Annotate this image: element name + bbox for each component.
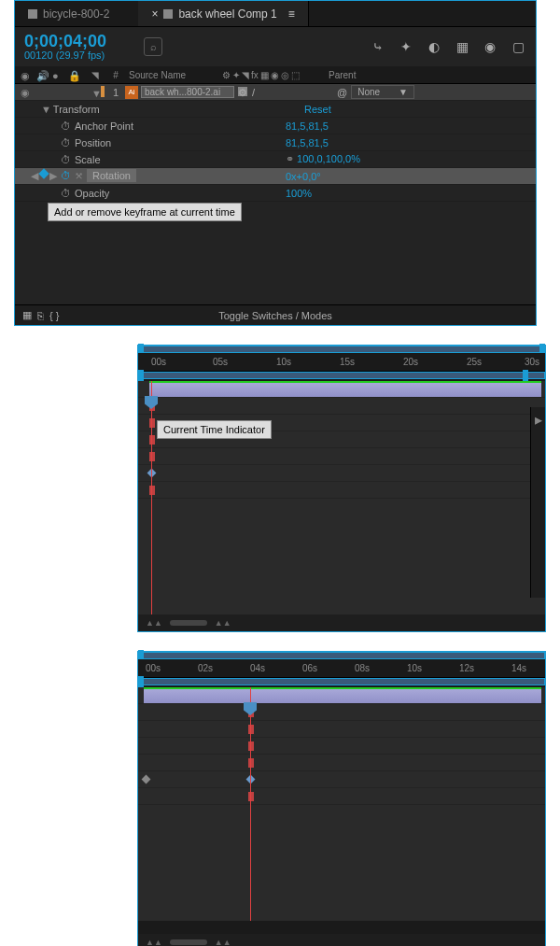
current-time-indicator[interactable] [250, 687, 251, 921]
tab-bicycle[interactable]: bicycle-800-2 × [15, 1, 138, 26]
time-ruler[interactable]: 00s 02s 04s 06s 08s 10s 12s 14s [138, 659, 545, 678]
add-keyframe-button[interactable] [38, 168, 49, 178]
zoom-in-icon[interactable]: ▲▲ [215, 938, 231, 946]
brackets-icon[interactable]: { } [49, 310, 59, 321]
prop-anchor[interactable]: ⏱Anchor Point 81,5,81,5 [15, 118, 536, 134]
label-color[interactable] [101, 86, 105, 97]
timeline-tracks[interactable] [138, 687, 545, 921]
work-area-lower[interactable] [138, 678, 545, 687]
zoom-slider[interactable] [170, 620, 207, 626]
graph-icon[interactable]: ⤧ [75, 170, 83, 181]
prop-opacity[interactable]: ⏱Opacity 100% [15, 185, 536, 202]
draft-3d-icon[interactable]: ✦ [398, 38, 414, 55]
work-area-bar[interactable] [138, 372, 545, 379]
prop-scale[interactable]: ⏱Scale ⚭ 100,0,100,0% [15, 151, 536, 168]
prop-position[interactable]: ⏱Position 81,5,81,5 [15, 134, 536, 151]
layer-track[interactable] [138, 687, 545, 704]
work-area-start-handle[interactable] [138, 676, 144, 687]
stopwatch-icon[interactable]: ⏱ [60, 188, 71, 199]
zoom-out-icon[interactable]: ▲▲ [146, 938, 162, 946]
keyframe-marker[interactable] [149, 435, 155, 445]
horizontal-scrollbar[interactable] [138, 921, 545, 934]
work-area-end-handle[interactable] [523, 370, 528, 381]
toggle-transparent-icon[interactable]: ▦ [22, 309, 32, 321]
work-area-lower[interactable] [138, 372, 545, 381]
parent-dropdown[interactable]: None ▼ [351, 85, 414, 99]
layer-row[interactable]: ◉ ▼ 1 Ai back wh...800-2.ai ⚙ / @ None ▼ [15, 84, 536, 101]
video-icon[interactable]: ◉ [21, 70, 32, 81]
lock-icon[interactable]: 🔒 [68, 70, 79, 81]
layer-track[interactable] [138, 381, 545, 398]
keyframe-marker[interactable] [248, 758, 254, 768]
tab-back-wheel[interactable]: × back wheel Comp 1 ≡ [138, 1, 308, 26]
comp-flowchart-icon[interactable]: ⤷ [370, 38, 386, 55]
label-col[interactable]: ◥ [91, 70, 106, 80]
current-timecode[interactable]: 0;00;04;00 [24, 33, 106, 49]
layer-duration-bar[interactable] [149, 381, 541, 397]
layer-switches[interactable]: ⚙ / [234, 87, 337, 98]
prop-value[interactable]: 0x+0,0° [286, 171, 536, 182]
comp-marker-icon[interactable]: ▸ [531, 411, 545, 429]
track-opacity [138, 788, 545, 805]
prev-keyframe-icon[interactable]: ◀ [31, 170, 38, 182]
stopwatch-icon[interactable]: ⏱ [60, 170, 71, 181]
work-area[interactable] [138, 346, 545, 353]
col-number[interactable]: # [106, 70, 125, 80]
keyframe-marker[interactable] [248, 741, 254, 751]
work-area-bar[interactable] [138, 652, 545, 659]
keyframe-marker[interactable] [149, 418, 155, 428]
layer-name[interactable]: back wh...800-2.ai [141, 86, 234, 98]
audio-icon[interactable]: 🔊 [36, 70, 48, 81]
graph-editor-icon[interactable]: ▢ [510, 38, 526, 55]
toggle-switches-button[interactable]: Toggle Switches / Modes [218, 310, 332, 321]
work-area-bar[interactable] [138, 346, 545, 353]
prop-value[interactable]: 81,5,81,5 [286, 120, 536, 132]
col-parent[interactable]: Parent [321, 70, 356, 80]
zoom-in-icon[interactable]: ▲▲ [215, 618, 231, 628]
render-queue-icon[interactable]: ⎘ [37, 310, 44, 321]
tab-menu-icon[interactable]: ≡ [288, 7, 295, 21]
track-transform [138, 398, 545, 415]
keyframe-marker[interactable] [248, 792, 254, 801]
timecode-block[interactable]: 0;00;04;00 00120 (29.97 fps) [24, 33, 106, 61]
link-icon[interactable]: ⚭ [286, 153, 294, 164]
keyframe-diamond[interactable] [142, 775, 151, 784]
timeline-tracks[interactable]: Current Time Indicator ▸ [138, 381, 545, 614]
zoom-slider[interactable] [170, 939, 207, 945]
search-input[interactable]: ⌕ [144, 37, 162, 56]
keyframe-marker[interactable] [149, 486, 155, 495]
time-ruler[interactable]: 00s 05s 10s 15s 20s 25s 30s [138, 353, 545, 372]
stopwatch-icon[interactable]: ⏱ [60, 137, 71, 148]
hide-shy-icon[interactable]: ◐ [426, 38, 442, 55]
frame-blend-icon[interactable]: ▦ [454, 38, 470, 55]
prop-value[interactable]: 100,0,100,0% [297, 153, 360, 164]
prop-rotation[interactable]: ◀ ▶ ⏱⤧Rotation 0x+0,0° [15, 168, 536, 185]
parent-controls[interactable]: @ None ▼ [337, 85, 414, 99]
close-icon[interactable]: × [151, 7, 158, 21]
layer-duration-bar[interactable] [144, 687, 541, 703]
stopwatch-icon[interactable]: ⏱ [60, 120, 71, 132]
video-toggle[interactable]: ◉ [21, 87, 32, 98]
stopwatch-icon[interactable]: ⏱ [60, 154, 71, 165]
twirl-icon[interactable]: ▼ [91, 88, 101, 99]
keyframe-marker[interactable] [248, 725, 254, 734]
prop-value[interactable]: 100% [286, 188, 536, 199]
work-area-start-handle[interactable] [138, 370, 144, 381]
twirl-icon[interactable]: ▼ [41, 104, 50, 115]
current-time-indicator[interactable] [151, 381, 152, 614]
transform-group[interactable]: ▼ Transform Reset [15, 101, 536, 118]
work-area[interactable] [138, 652, 545, 659]
motion-blur-icon[interactable]: ◉ [482, 38, 498, 55]
ai-icon: Ai [125, 86, 138, 99]
timeline-header: 0;00;04;00 00120 (29.97 fps) ⌕ ⤷ ✦ ◐ ▦ ◉… [15, 27, 536, 67]
keyframe-marker[interactable] [149, 452, 155, 461]
col-source-name[interactable]: Source Name [125, 70, 218, 80]
tab-icon [163, 9, 173, 19]
zoom-out-icon[interactable]: ▲▲ [146, 618, 162, 628]
pickwhip-icon[interactable]: @ [337, 87, 347, 98]
solo-icon[interactable]: ● [52, 70, 63, 81]
next-keyframe-icon[interactable]: ▶ [49, 170, 57, 182]
work-area-bar[interactable] [138, 678, 545, 685]
prop-value[interactable]: 81,5,81,5 [286, 137, 536, 148]
reset-link[interactable]: Reset [304, 104, 331, 115]
